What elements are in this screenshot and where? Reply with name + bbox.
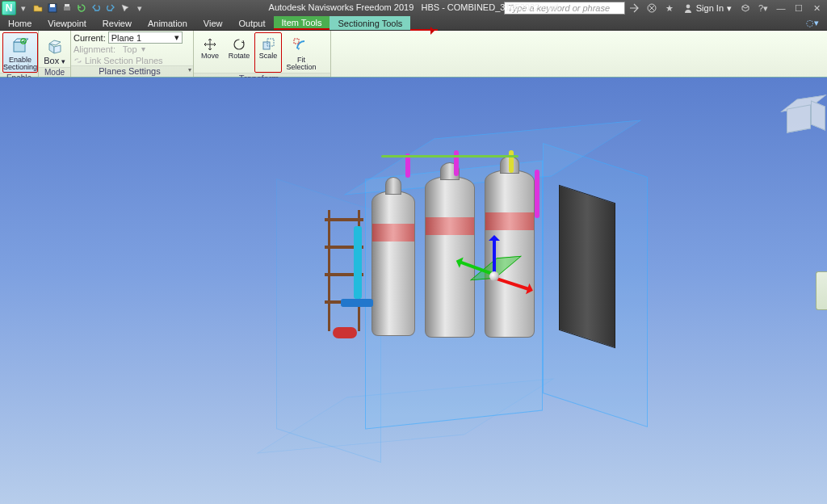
svg-point-8 xyxy=(234,40,244,49)
minimize-icon[interactable]: ― xyxy=(772,1,790,15)
alignment-row: Alignment: Top ▾ xyxy=(73,44,191,54)
panel-label-planes: Planes Settings▾ xyxy=(71,65,193,77)
panel-label-mode: Mode xyxy=(39,67,70,77)
move-icon xyxy=(202,36,218,52)
gizmo-origin[interactable] xyxy=(489,271,499,281)
sectioning-icon xyxy=(10,36,30,56)
undo-icon[interactable] xyxy=(89,1,103,15)
current-plane-dropdown[interactable]: Plane 1▾ xyxy=(108,32,183,44)
rotate-icon xyxy=(231,36,247,52)
tab-animation[interactable]: Animation xyxy=(140,16,195,30)
svg-rect-9 xyxy=(263,42,270,49)
print-icon[interactable] xyxy=(60,1,74,15)
qat-new-icon[interactable]: ▾ xyxy=(16,1,31,15)
tab-viewpoint[interactable]: Viewpoint xyxy=(40,16,94,30)
svg-point-5 xyxy=(686,5,690,9)
tab-sectioning-tools[interactable]: Sectioning Tools xyxy=(330,16,410,30)
select-icon[interactable] xyxy=(118,1,132,15)
sign-in-button[interactable]: Sign In ▾ xyxy=(683,3,732,14)
view-cube[interactable] xyxy=(779,92,822,136)
ribbon-tab-strip: Home Viewpoint Review Animation View Out… xyxy=(0,16,827,31)
current-plane-row: Current: Plane 1▾ xyxy=(73,32,191,43)
exchange-icon[interactable] xyxy=(737,1,754,15)
link-section-planes-button: Link Section Planes xyxy=(73,55,191,65)
box-icon xyxy=(45,36,65,56)
maximize-icon[interactable]: ☐ xyxy=(790,1,808,15)
svg-rect-2 xyxy=(64,6,70,10)
quick-access-toolbar: N ▾ ▾ Autodesk Navisworks Freedom 2019 H… xyxy=(0,0,827,16)
save-icon[interactable] xyxy=(45,1,60,15)
svg-rect-1 xyxy=(50,4,55,7)
scale-icon xyxy=(260,36,276,52)
search-input[interactable]: Type a keyword or phrase xyxy=(504,2,625,15)
docked-panel-handle[interactable] xyxy=(816,271,827,310)
gizmo-z-axis[interactable] xyxy=(493,237,496,276)
svg-rect-3 xyxy=(65,4,69,6)
user-icon xyxy=(683,3,693,13)
tab-item-tools[interactable]: Item Tools xyxy=(274,16,330,30)
infocenter-icon[interactable] xyxy=(643,1,661,15)
app-logo[interactable]: N xyxy=(2,1,16,15)
tab-view[interactable]: View xyxy=(195,16,231,30)
fit-selection-button[interactable]: Fit Selection xyxy=(283,32,319,73)
close-icon[interactable]: ✕ xyxy=(808,1,825,15)
svg-rect-11 xyxy=(294,39,299,44)
ribbon-help-icon[interactable]: ◌▾ xyxy=(798,16,827,30)
enable-sectioning-button[interactable]: Enable Sectioning xyxy=(2,32,38,73)
favorites-icon[interactable]: ★ xyxy=(661,1,678,15)
open-icon[interactable] xyxy=(31,1,45,15)
tab-review[interactable]: Review xyxy=(94,16,140,30)
gizmo-y-axis[interactable] xyxy=(493,276,531,292)
3d-viewport[interactable] xyxy=(0,78,827,504)
move-button[interactable]: Move xyxy=(196,32,224,73)
refresh-icon[interactable] xyxy=(74,1,89,15)
fit-selection-icon xyxy=(292,36,311,56)
transform-gizmo[interactable] xyxy=(454,236,535,317)
scale-button[interactable]: Scale xyxy=(254,32,282,73)
tab-home[interactable]: Home xyxy=(0,16,40,30)
box-mode-button[interactable]: Box ▾ xyxy=(41,32,68,67)
search-icon[interactable] xyxy=(625,1,643,15)
help-icon[interactable]: ?▾ xyxy=(754,1,772,15)
scene xyxy=(155,97,672,485)
qat-dropdown-icon[interactable]: ▾ xyxy=(132,1,147,15)
link-icon xyxy=(73,56,82,65)
tab-output[interactable]: Output xyxy=(231,16,274,30)
rotate-button[interactable]: Rotate xyxy=(225,32,253,73)
redo-icon[interactable] xyxy=(103,1,118,15)
